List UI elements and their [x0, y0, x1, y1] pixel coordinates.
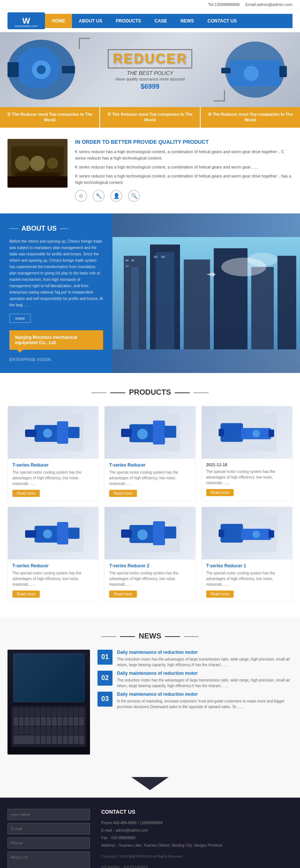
- news-num-1: 01: [98, 650, 112, 665]
- svg-rect-29: [126, 265, 129, 267]
- more-button[interactable]: more: [9, 314, 31, 323]
- news-num-3: 03: [98, 692, 112, 707]
- svg-point-39: [43, 429, 52, 438]
- read-more-btn-2[interactable]: Read more: [109, 490, 136, 497]
- read-more-btn-4[interactable]: Read more: [12, 591, 40, 598]
- news-title-dashes-right: ——: [165, 632, 180, 640]
- read-more-btn-6[interactable]: Read more: [206, 591, 234, 598]
- form-email-input[interactable]: [8, 823, 90, 834]
- logo-subtitle: www.baidu.com: [15, 24, 38, 28]
- svg-rect-53: [268, 430, 274, 437]
- about-right-image: [112, 213, 300, 373]
- svg-point-59: [43, 529, 52, 538]
- product-img-1: [8, 406, 98, 459]
- news-item-3: 03 Daily maintenance of reduction motor …: [98, 692, 292, 710]
- svg-rect-11: [8, 139, 68, 188]
- svg-rect-31: [161, 256, 165, 258]
- svg-rect-67: [153, 521, 165, 545]
- product-name-5: T-series Reducer 2: [109, 563, 190, 568]
- product-card-4: T-series Reducer The special motor cooli…: [8, 507, 99, 602]
- icon-prohibited: ⊘: [75, 190, 87, 202]
- product-img-5: [105, 507, 195, 559]
- bracket-tl: [79, 38, 90, 49]
- svg-rect-2: [8, 62, 19, 77]
- news-num-2: 02: [98, 671, 112, 686]
- form-phone-input[interactable]: [8, 837, 90, 849]
- products-title: —— PRODUCTS ——: [8, 388, 292, 397]
- svg-rect-8: [279, 66, 287, 77]
- news-title-2: Daily maintenance of reduction motor: [117, 671, 292, 676]
- about-intro-p3: K series reducer has a high technologica…: [75, 173, 292, 186]
- news-desc-1: The reduction motor has the advantages o…: [117, 656, 292, 668]
- product-img-6: [202, 507, 292, 559]
- news-title: —— NEWS ——: [8, 632, 292, 640]
- news-desc-3: In the process of marketing, increase cu…: [117, 698, 292, 710]
- news-content-2: Daily maintenance of reduction motor The…: [117, 671, 292, 689]
- product-name-6: T-series Reducer 1: [206, 563, 288, 568]
- logo[interactable]: W www.baidu.com: [8, 12, 45, 29]
- bracket-br: [214, 90, 225, 101]
- nav-home[interactable]: HOME: [45, 14, 72, 28]
- icon-user2: 🔍: [128, 190, 140, 202]
- product-img-2: [105, 406, 195, 459]
- nav-contact[interactable]: CONTACT US: [201, 14, 243, 28]
- top-bar: Tel:13588888888 Email:admin@admin.com: [0, 0, 300, 9]
- nav-case[interactable]: CASE: [148, 14, 174, 28]
- arrow-section: [0, 770, 300, 798]
- contact-address: Address：Xuanwu Lake, Xuanwu District, Na…: [101, 842, 292, 849]
- feature-text-2: The Reducer most Top companies In The Wo…: [112, 112, 192, 122]
- svg-rect-47: [153, 421, 165, 444]
- contact-phone: Phone:400-888-8888 / 13588888888: [101, 819, 292, 827]
- svg-point-66: [137, 529, 148, 540]
- svg-rect-61: [68, 528, 80, 539]
- product-desc-4: The special motor cooling system has the…: [12, 570, 94, 587]
- icon-tools: 🔧: [93, 190, 105, 202]
- svg-point-33: [248, 253, 278, 266]
- contact-title: CONTACT US: [101, 809, 292, 815]
- svg-rect-28: [131, 260, 134, 261]
- about-intro-text: IN ORDER TO BETTER PROVIDE QUALITY PRODU…: [75, 139, 292, 202]
- svg-rect-3: [62, 66, 75, 73]
- feature-bar-2: ② The Reducer most Top companies In The …: [100, 107, 200, 128]
- products-grid: T-series Reducer The special motor cooli…: [8, 406, 292, 602]
- footer-form: Submit: [8, 809, 90, 868]
- svg-point-13: [15, 156, 30, 171]
- svg-rect-64: [121, 529, 132, 538]
- svg-rect-16: [15, 173, 60, 180]
- read-more-btn-3[interactable]: Read more: [206, 489, 234, 496]
- product-card-6: T-series Reducer 1 The special motor coo…: [201, 507, 292, 602]
- products-title-dashes-left: ——: [110, 388, 125, 397]
- svg-rect-44: [121, 429, 132, 437]
- nav-products[interactable]: PRODUCTS: [109, 14, 148, 28]
- svg-rect-73: [268, 530, 274, 538]
- about-intro-p1: K series reducer has a high technologica…: [75, 149, 292, 162]
- nav-about[interactable]: ABOUT US: [72, 14, 109, 28]
- icp-number: ICP Number：SHCP12345678: [101, 864, 292, 868]
- product-desc-2: The special motor cooling system has the…: [109, 470, 190, 486]
- svg-rect-51: [219, 429, 224, 436]
- form-name-input[interactable]: [8, 809, 90, 820]
- product-info-2: T-series Reducer The special motor cooli…: [105, 459, 195, 501]
- news-title-dashes-left: ——: [120, 632, 135, 640]
- read-more-btn-1[interactable]: Read more: [12, 490, 40, 497]
- read-more-btn-5[interactable]: Read more: [109, 591, 136, 598]
- news-item-2: 02 Daily maintenance of reduction motor …: [98, 671, 292, 689]
- products-section: —— PRODUCTS —— T-series Reducer The spec…: [0, 373, 300, 617]
- feature-text-3: The Reducer most Top companies In The Wo…: [213, 112, 293, 122]
- product-img-4: [8, 507, 98, 559]
- product-card-5: T-series Reducer 2 The special motor coo…: [104, 507, 195, 602]
- header: W www.baidu.com HOME ABOUT US PRODUCTS C…: [0, 9, 300, 32]
- product-info-4: T-series Reducer The special motor cooli…: [8, 559, 98, 601]
- svg-rect-48: [164, 426, 176, 438]
- form-require-input[interactable]: [8, 852, 90, 868]
- nav-news[interactable]: NEWS: [174, 14, 201, 28]
- product-desc-5: The special motor cooling system has the…: [109, 570, 190, 587]
- news-image: [8, 650, 90, 755]
- about-heading: ABOUT US: [9, 225, 103, 233]
- svg-point-54: [252, 430, 260, 437]
- svg-rect-41: [68, 427, 80, 438]
- news-item-1: 01 Daily maintenance of reduction motor …: [98, 650, 292, 668]
- svg-point-5: [37, 65, 46, 74]
- icons-row: ⊘ 🔧 👤 🔍: [75, 190, 292, 202]
- svg-point-46: [137, 429, 148, 439]
